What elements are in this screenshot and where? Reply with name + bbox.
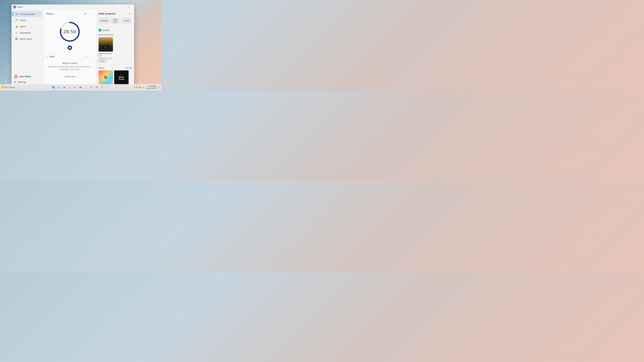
app-icon: ⏰	[14, 6, 16, 8]
volume-icon[interactable]: 🔊	[139, 86, 142, 88]
notification-icon[interactable]: 💬	[157, 86, 160, 88]
stopwatch-icon: ⏲	[15, 31, 18, 34]
time-display: 11:04 AM	[146, 85, 156, 87]
tasks-header: ✓ Tasks + ⋯	[46, 54, 93, 59]
weather-icon	[1, 86, 4, 89]
todo-button[interactable]: ✓	[106, 85, 110, 89]
stay-desc: Add tasks and assign them to focus sessi…	[48, 65, 92, 71]
edit-icon: ✏	[129, 12, 130, 15]
windows-icon	[52, 86, 54, 89]
edge-button[interactable]: e	[73, 85, 77, 89]
chevron-up-icon[interactable]: ∧	[134, 86, 136, 88]
svg-rect-2	[52, 87, 53, 89]
sidebar-item-focus-label: Focus sessions	[20, 13, 35, 15]
tasks-section: ✓ Tasks + ⋯ Stay on track Add tasks and …	[44, 53, 96, 80]
clock-display[interactable]: 11:04 AM 10/12/2022	[146, 85, 156, 89]
onenote-button[interactable]: N	[89, 85, 94, 89]
world-clock-icon: 🌐	[15, 37, 18, 40]
daily-progress-header: Daily progress ✏	[98, 11, 132, 16]
yesterday-tab[interactable]: Yesterday	[98, 17, 110, 24]
sidebar-item-focus-sessions[interactable]: ◎ Focus sessions	[12, 11, 42, 17]
title-bar: ⏰ Clock ─ □ ✕	[12, 4, 134, 9]
weather-condition: Sunny	[10, 86, 15, 88]
focus-title: Focus	[46, 12, 54, 15]
search-button[interactable]: 🔍	[56, 85, 61, 89]
taskbar-left: 65°F Sunny	[1, 86, 15, 89]
sidebar-item-stopwatch-label: Stopwatch	[20, 31, 31, 34]
maximize-button[interactable]: □	[118, 4, 125, 9]
taskbar-center: 🔍 ⧉ 📰 e 🛍 T N W P ✓	[51, 85, 110, 89]
wifi-icon[interactable]: 📶	[136, 86, 139, 88]
sidebar-item-world-clock-label: World clock	[20, 38, 32, 40]
title-bar-left: ⏰ Clock	[14, 6, 22, 8]
yesterday-tab-label: Yesterday	[100, 20, 108, 22]
timer-ring: 28:50	[58, 20, 81, 43]
focus-panel: Focus ⊡ ⋯ 28:50	[44, 9, 96, 87]
streak-tab-label: Streak	[124, 20, 129, 22]
see-all-label: See all	[126, 67, 132, 69]
spotify-more-button[interactable]: ⋯	[127, 28, 132, 32]
progress-tabs: Yesterday Daily goal Streak	[98, 17, 132, 24]
stay-title: Stay on track	[48, 62, 92, 64]
add-task-button[interactable]: + Add a task	[46, 74, 93, 79]
playlist-lofi-art: 🐱	[98, 70, 113, 85]
sidebar-item-stopwatch[interactable]: ⏲ Stopwatch	[12, 30, 42, 36]
focus-header-actions: ⊡ ⋯	[83, 11, 93, 16]
album-art-awesome	[98, 37, 113, 51]
settings-item[interactable]: ⚙ Settings	[12, 80, 44, 85]
daily-progress-section: Daily progress ✏ Yesterday Daily goal St…	[96, 9, 134, 26]
daily-goal-tab-label: Daily goal	[113, 18, 118, 23]
teams-button[interactable]: T	[84, 85, 88, 89]
add-task-icon-button[interactable]: +	[84, 54, 88, 59]
user-item[interactable]: AW Alex Wilbur	[12, 73, 44, 80]
window-title: Clock	[17, 6, 22, 8]
taskbar: 65°F Sunny 🔍 ⧉ 📰 e 🛍 T N W P ✓ ∧ 📶 🔊 🔋	[0, 84, 161, 90]
more-button[interactable]: ⋯	[89, 11, 93, 16]
powerpoint-button[interactable]: P	[100, 85, 104, 89]
add-task-label: + Add a task	[64, 75, 76, 78]
widgets-button[interactable]: 📰	[68, 85, 72, 89]
minimize-button[interactable]: ─	[110, 4, 118, 9]
weather-widget[interactable]: 65°F Sunny	[1, 86, 15, 89]
timer-area: 28:50	[44, 17, 96, 51]
weather-temp: 65°F	[5, 86, 9, 88]
start-button[interactable]	[51, 85, 56, 89]
svg-rect-0	[52, 86, 53, 87]
spotify-brand: ♪ Spotify	[98, 29, 110, 31]
album-artist: Guardians of the Galaxy, the Complet...	[98, 57, 113, 63]
app-window: ⏰ Clock ─ □ ✕ ◎ Focus sessions ⏱ Timer	[12, 4, 134, 87]
app-content: ◎ Focus sessions ⏱ Timer 🔔 Alarm ⏲ Stopw…	[12, 9, 134, 87]
svg-rect-1	[54, 86, 54, 87]
battery-icon[interactable]: 🔋	[142, 86, 145, 88]
sidebar-item-timer-label: Timer	[20, 19, 26, 21]
spotify-header: ♪ Spotify ⋯	[98, 28, 132, 32]
sidebar-bottom: AW Alex Wilbur ⚙ Settings	[12, 72, 44, 86]
date-display: 10/12/2022	[146, 87, 156, 89]
sidebar-item-alarm-label: Alarm	[20, 25, 26, 28]
right-panel: Daily progress ✏ Yesterday Daily goal St…	[96, 9, 134, 87]
stay-on-track: Stay on track Add tasks and assign them …	[46, 60, 93, 73]
edit-button[interactable]: ✏	[128, 11, 132, 16]
close-button[interactable]: ✕	[125, 4, 132, 9]
title-controls: ─ □ ✕	[110, 4, 132, 9]
task-view-button[interactable]: ⧉	[62, 85, 66, 89]
tasks-more-button[interactable]: ⋯	[89, 54, 93, 59]
streak-tab[interactable]: Streak	[121, 17, 132, 24]
playlist-deep-art: ⬛ DeepFocus	[114, 70, 128, 85]
expand-button[interactable]: ⊡	[83, 11, 88, 16]
office-button[interactable]: W	[94, 85, 99, 89]
see-all-button[interactable]: See all	[126, 67, 132, 69]
recently-played-label: Recently played	[98, 34, 132, 36]
sidebar-item-world-clock[interactable]: 🌐 World clock	[12, 36, 42, 42]
sidebar-nav: ◎ Focus sessions ⏱ Timer 🔔 Alarm ⏲ Stopw…	[12, 11, 44, 72]
settings-gear-icon: ⚙	[14, 81, 16, 83]
microsoft-store-button[interactable]: 🛍	[78, 85, 83, 89]
svg-rect-3	[54, 87, 54, 89]
album-card[interactable]: Awesome Mix 1 & 2 Guardians of the Galax…	[98, 37, 113, 63]
focus-header: Focus ⊡ ⋯	[44, 9, 96, 17]
stop-button[interactable]	[68, 45, 72, 50]
sidebar-item-alarm[interactable]: 🔔 Alarm	[12, 23, 42, 29]
sidebar-item-timer[interactable]: ⏱ Timer	[12, 17, 42, 23]
daily-goal-tab[interactable]: Daily goal	[110, 17, 120, 24]
settings-label: Settings	[18, 81, 26, 83]
